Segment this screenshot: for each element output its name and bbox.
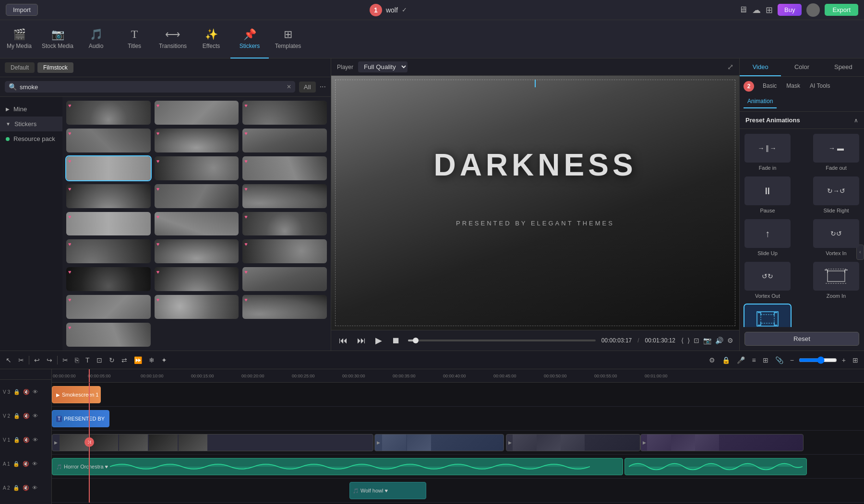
tab-default[interactable]: Default (5, 62, 35, 73)
tl-plus-button[interactable]: + (840, 355, 848, 365)
tl-speed-button[interactable]: ⏩ (132, 355, 144, 365)
sticker-smokescreen-1[interactable]: ♥ ⬇ Smokescreen 1 (66, 156, 151, 180)
sticker-intense-fog[interactable]: ♥ ⬇ Intense Fog (66, 295, 151, 319)
tl-grid-view-button[interactable]: ⊞ (851, 355, 860, 365)
toolbar-my-media[interactable]: 🎬 My Media (0, 20, 38, 59)
tl-settings-icon[interactable]: ⚙ (707, 355, 717, 365)
loop-button[interactable]: ⟨ (681, 337, 684, 344)
tl-lock-icon[interactable]: 🔒 (720, 355, 732, 365)
anim-zoom-out[interactable]: Zoom Out (744, 305, 791, 327)
tl-undo-button[interactable]: ↩ (32, 355, 42, 365)
expand-icon[interactable]: ⤢ (727, 62, 733, 71)
stop-button[interactable]: ⏹ (390, 335, 402, 347)
sticker-smokescreen-2[interactable]: ♥ ⬇ Smokescreen 2 (242, 156, 327, 180)
clip-audio-2[interactable] (624, 458, 807, 475)
tl-rotate-button[interactable]: ↻ (107, 355, 117, 365)
tl-minus-button[interactable]: − (788, 355, 796, 365)
chevron-up-icon[interactable]: ∧ (854, 117, 858, 124)
sticker-smoke-cloud-02[interactable]: ♥ ⬇ Smoke Cloud 02 (155, 129, 239, 152)
tl-select-tool[interactable]: ↖ (4, 355, 13, 365)
play-button[interactable]: ▶ (373, 334, 384, 347)
clip-wolf-howl[interactable]: 🎵 Wolf howl ♥ (349, 482, 426, 499)
toolbar-audio[interactable]: 🎵 Audio (77, 20, 115, 59)
tl-cut-button[interactable]: ✂ (60, 355, 70, 365)
track-mute-v3[interactable]: 🔇 (23, 388, 30, 396)
progress-bar[interactable] (408, 340, 596, 341)
sidebar-item-mine[interactable]: ▶ Mine (0, 102, 62, 117)
tl-ai-button[interactable]: ✦ (159, 355, 169, 365)
toolbar-stock-media[interactable]: 📷 Stock Media (38, 20, 77, 59)
anim-vortex-in[interactable]: ↻↺ Vortex In (813, 219, 859, 256)
anim-fade-in[interactable]: →‖→ Fade in (744, 134, 791, 171)
sticker-smoke-fog-02[interactable]: ♥ ⬇ Smoke Fog 02 (155, 156, 239, 180)
clip-video-3[interactable]: ▶ (506, 434, 640, 451)
sticker-realistic-element-06[interactable]: ♥ ⬇ Realistic S...lement 06 (242, 295, 327, 319)
track-mute-a2[interactable]: 🔇 (22, 484, 30, 492)
track-lock-a1[interactable]: 🔒 (12, 460, 20, 468)
tab-video[interactable]: Video (740, 59, 781, 76)
track-visible-v3[interactable]: 👁 (32, 388, 38, 395)
sticker-smoke-cloud-01[interactable]: ♥ ⬇ Smoke Cloud 01 (66, 101, 151, 125)
tab-ai-tools[interactable]: AI Tools (806, 80, 834, 93)
toolbar-effects[interactable]: ✨ Effects (192, 20, 230, 59)
tl-freeze-button[interactable]: ❄ (147, 355, 156, 365)
anim-slide-up[interactable]: ↑ Slide Up (744, 219, 791, 256)
track-mute-v1[interactable]: 🔇 (23, 436, 30, 444)
sticker-clouds05[interactable]: ♥ ⬇ Clouds05 (242, 267, 327, 291)
anim-vortex-out[interactable]: ↺↻ Vortex Out (744, 262, 791, 299)
sidebar-item-resource-pack[interactable]: Resource pack (0, 131, 62, 146)
sticker-dust-up-1[interactable]: ♥ ⬇ Dust-Up 1 (155, 295, 239, 319)
sticker-steady-smoke-4[interactable]: ♥ ⬇ steady smoke 4 (155, 239, 239, 263)
track-lock-v3[interactable]: 🔒 (13, 388, 21, 396)
tab-speed[interactable]: Speed (823, 59, 864, 76)
sticker-drifting-smoke-1[interactable]: ♥ ⬇ drifting smoke 1 (66, 184, 151, 208)
clip-video-4[interactable]: ▶ (640, 434, 804, 451)
sticker-thin-smoke-4[interactable]: ♥ ⬇ thin smoke 4 (155, 267, 239, 291)
toolbar-stickers[interactable]: 📌 Stickers (230, 20, 269, 59)
tl-layers-icon[interactable]: ≡ (750, 355, 757, 365)
sticker-smoke-cloud-04[interactable]: ♥ ⬇ Smoke Cloud 04 (66, 129, 151, 152)
tab-basic[interactable]: Basic (759, 80, 780, 93)
toolbar-transitions[interactable]: ⟷ Transitions (154, 20, 192, 59)
sticker-blowing-smoke[interactable]: ♥ ⬇ blowing smoke (242, 101, 327, 125)
search-clear-icon[interactable]: ✕ (287, 83, 291, 90)
anim-pause[interactable]: ⏸ Pause (744, 176, 791, 213)
sticker-nuke-shockwave-03[interactable]: ♥ ⬇ Nuke Shockwave 03 (66, 267, 151, 291)
timeline-scroll-area[interactable]: 00:00:00:00 00:00:05:00 00:00:10:00 00:0… (52, 369, 864, 504)
track-lock-a2[interactable]: 🔒 (12, 484, 20, 492)
tab-filmstock[interactable]: Filmstock (37, 62, 73, 73)
clip-video-2[interactable]: ▶ (374, 434, 504, 451)
search-input[interactable] (20, 83, 284, 91)
toolbar-templates[interactable]: ⊞ Templates (269, 20, 307, 59)
track-visible-v2[interactable]: 👁 (32, 412, 38, 419)
volume-button[interactable]: 🔊 (715, 337, 723, 344)
sticker-smoke-cloud-03[interactable]: ♥ ⬇ Smoke Cloud 03 (242, 129, 327, 152)
sticker-thin-smoke-3[interactable]: ♥ ⬇ thin smoke 3 (66, 323, 151, 347)
rewind-button[interactable]: ⏮ (337, 335, 349, 347)
settings-button[interactable]: ⚙ (727, 337, 733, 344)
buy-button[interactable]: Buy (778, 4, 802, 16)
tl-crop-button[interactable]: ⊡ (95, 355, 104, 365)
clip-horror-orchestra[interactable]: 🎵 Horror Orchestra ♥ (52, 458, 623, 475)
clip-presented-by[interactable]: T PRESENTED BY (52, 410, 109, 427)
sticker-thick-white-smoke-2[interactable]: ♥ ⬇ thick white smoke 2 (66, 212, 151, 236)
tl-split-icon[interactable]: ⊞ (761, 355, 770, 365)
sticker-fast-smoke-1[interactable]: ♥ ⬇ fast smoke 1 (242, 212, 327, 236)
sticker-steady-smoke-fading[interactable]: ♥ ⬇ steady smoke fading (155, 212, 239, 236)
track-visible-a2[interactable]: 👁 (32, 484, 38, 491)
anim-fade-out[interactable]: → ▬ Fade out (813, 134, 859, 171)
tl-text-button[interactable]: T (84, 355, 92, 365)
sticker-cloud-blowing-out[interactable]: ♥ ⬇ cloud blowing out (155, 184, 239, 208)
tab-color[interactable]: Color (781, 59, 822, 76)
tl-mic-icon[interactable]: 🎤 (735, 355, 747, 365)
sticker-realistic-element-02[interactable]: ♥ ⬇ Realistic S...lement 02 (242, 184, 327, 208)
track-lock-v2[interactable]: 🔒 (13, 412, 21, 420)
track-visible-v1[interactable]: 👁 (32, 436, 38, 443)
tl-mirror-button[interactable]: ⇄ (120, 355, 129, 365)
anim-slide-right[interactable]: ↻→↺ Slide Right (813, 176, 859, 213)
track-mute-v2[interactable]: 🔇 (23, 412, 30, 420)
screenshot-button[interactable]: 📷 (703, 337, 711, 344)
quality-select[interactable]: Full Quality (358, 61, 408, 72)
sidebar-item-stickers[interactable]: ▼ Stickers (0, 117, 62, 131)
reset-button[interactable]: Reset (744, 332, 859, 346)
